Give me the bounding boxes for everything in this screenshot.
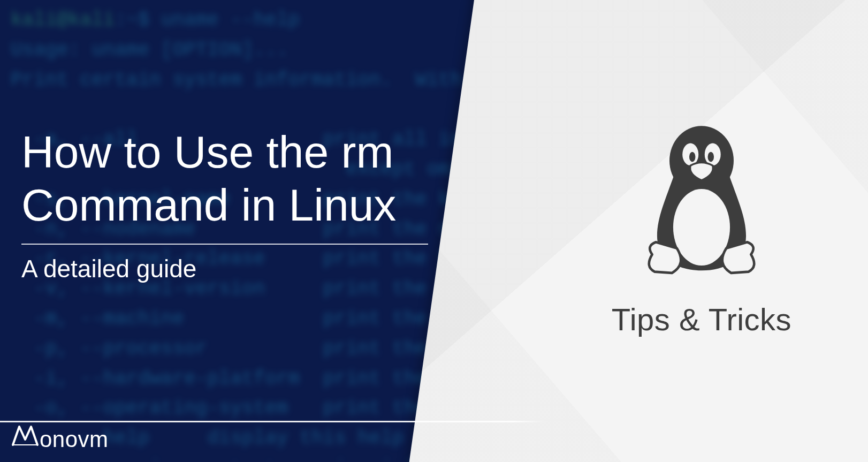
svg-point-1 xyxy=(673,189,730,266)
terminal-line: :~$ uname --help xyxy=(115,9,300,31)
headline-block: How to Use the rm Command in Linux A det… xyxy=(21,126,428,283)
title-divider xyxy=(21,244,428,245)
footer-divider xyxy=(0,421,868,422)
page-subtitle: A detailed guide xyxy=(21,254,428,283)
banner-canvas: kali@kali:~$ uname --help Usage: uname [… xyxy=(0,0,868,462)
right-content: Tips & Tricks xyxy=(535,0,868,462)
tips-and-tricks-label: Tips & Tricks xyxy=(612,301,791,337)
title-line: Command in Linux xyxy=(21,180,396,230)
svg-point-5 xyxy=(708,152,714,162)
terminal-line: Usage: uname [OPTION]... xyxy=(11,39,288,61)
brand-mark-icon xyxy=(11,423,40,447)
terminal-prompt: kali@kali xyxy=(11,9,115,31)
page-title: How to Use the rm Command in Linux xyxy=(21,126,428,232)
brand-name: onovm xyxy=(40,427,109,452)
brand-logo: onovm xyxy=(11,423,109,452)
linux-tux-icon xyxy=(632,125,771,285)
title-line: How to Use the rm xyxy=(21,127,394,177)
svg-point-4 xyxy=(689,152,696,162)
